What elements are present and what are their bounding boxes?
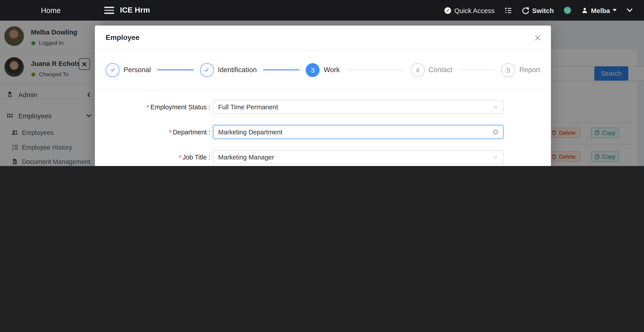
step-number: 5 [502, 63, 515, 77]
job-title-select[interactable]: Marketing Manager [213, 150, 503, 164]
globe-icon [564, 6, 572, 14]
quick-access-button[interactable]: Quick Access [444, 7, 494, 14]
caret-down-icon [613, 9, 617, 12]
department-select[interactable]: Marketing Department [213, 125, 503, 139]
switch-label: Switch [532, 7, 554, 14]
chevron-down-icon [492, 104, 498, 110]
top-navbar: Home ICE Hrm Quick Access Switch [0, 0, 644, 21]
switch-user-button[interactable]: Switch [522, 7, 554, 14]
step-label: Personal [124, 66, 151, 74]
language-globe-button[interactable] [564, 6, 572, 14]
field-label: Job Title : [182, 153, 210, 161]
hamburger-menu-icon[interactable] [104, 7, 114, 14]
step-check-icon [200, 63, 214, 77]
select-value: Marketing Manager [218, 153, 274, 161]
required-marker: * [179, 153, 181, 161]
step-contact[interactable]: 4 Contact [410, 63, 452, 77]
step-work[interactable]: 3 Work [306, 63, 340, 77]
clear-icon[interactable] [492, 129, 498, 135]
select-value: Full Time Permanent [218, 103, 278, 110]
form-row-job-title: *Job Title : Marketing Manager [95, 150, 551, 164]
step-identification[interactable]: Identification [200, 63, 257, 77]
select-value: Marketing Department [218, 128, 282, 135]
field-label: Employment Status : [150, 103, 210, 110]
navbar-right: Quick Access Switch [444, 0, 644, 21]
required-marker: * [169, 128, 172, 135]
user-icon [582, 7, 588, 14]
wizard-steps: Personal Identification 3 Work 4 Contact [106, 63, 540, 77]
checklist-icon [504, 7, 512, 14]
step-label: Report [519, 66, 540, 74]
chevron-down-icon [492, 154, 498, 160]
employee-modal: Employee Personal Identification [95, 26, 551, 166]
field-label: Department : [173, 128, 210, 135]
todo-list-button[interactable] [504, 7, 512, 14]
close-icon[interactable] [534, 34, 542, 42]
switch-icon [522, 7, 530, 14]
step-number: 3 [306, 63, 320, 77]
user-name-label: Melba [591, 7, 610, 14]
step-label: Work [324, 66, 340, 74]
quick-access-label: Quick Access [454, 7, 494, 14]
form-row-employment-status: *Employment Status : Full Time Permanent [95, 100, 551, 114]
step-check-icon [106, 63, 120, 77]
modal-header: Employee [95, 26, 551, 50]
required-marker: * [147, 103, 149, 110]
form-row-department: *Department : Marketing Department [95, 125, 551, 139]
step-report[interactable]: 5 Report [502, 63, 540, 77]
modal-title: Employee [106, 34, 140, 42]
app-viewport: Home ICE Hrm Quick Access Switch [0, 0, 644, 166]
user-menu[interactable]: Melba [582, 7, 617, 14]
step-label: Contact [428, 66, 452, 74]
work-form: *Employment Status : Full Time Permanent… [95, 100, 551, 166]
step-personal[interactable]: Personal [106, 63, 151, 77]
step-number: 4 [410, 63, 424, 77]
chevron-down-icon [626, 8, 633, 13]
step-label: Identification [218, 66, 257, 74]
app-brand[interactable]: ICE Hrm [120, 0, 150, 21]
compass-icon [444, 7, 452, 14]
home-link[interactable]: Home [0, 0, 102, 21]
collapse-navbar-chevron[interactable] [626, 8, 633, 13]
employment-status-select[interactable]: Full Time Permanent [213, 100, 503, 114]
